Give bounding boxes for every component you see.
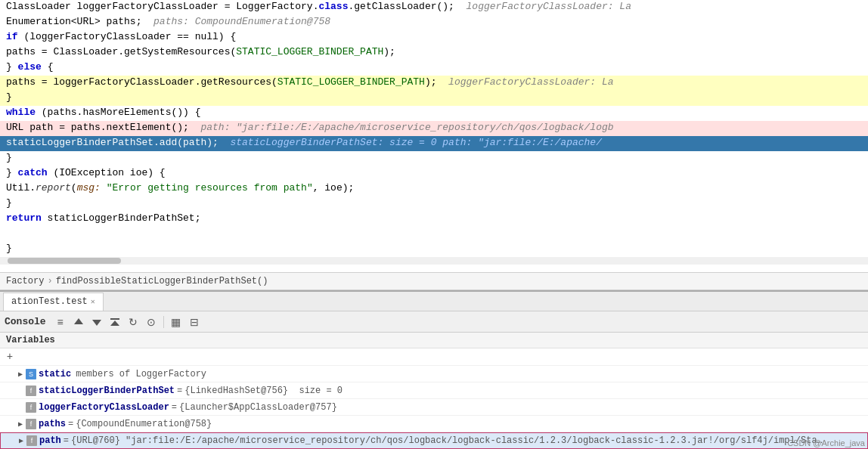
code-text: staticLoggerBinderPathSet.add(path); (6, 137, 219, 148)
var-name-classloader: loggerFactoryClassLoader (39, 402, 169, 413)
var-name-path: path (39, 435, 61, 446)
breadcrumb-sep: › (47, 276, 52, 286)
code-text: } catch (IOException ioe) { (6, 167, 166, 178)
variable-row-pathset[interactable]: ▶ f staticLoggerBinderPathSet = {LinkedH… (0, 382, 868, 399)
toolbar-up-btn[interactable] (70, 314, 87, 330)
toolbar-up2-btn[interactable] (107, 314, 123, 330)
svg-marker-3 (110, 320, 119, 326)
toolbar-table-btn[interactable]: ▦ (168, 314, 184, 330)
code-line-7: } (0, 91, 868, 106)
toolbar-menu-btn[interactable]: ≡ (52, 314, 69, 330)
code-area: ClassLoader loggerFactoryClassLoader = L… (0, 0, 868, 272)
code-line-9: URL path = paths.nextElement(); path: "j… (0, 121, 868, 136)
field-icon-classloader: f (26, 402, 36, 413)
code-text: } else { (6, 61, 53, 73)
watermark: CSDN @Archie_java (787, 438, 865, 447)
console-toolbar: Console ≡ ↻ ⊙ ▦ ⊟ (0, 311, 868, 333)
tab-bar: ationTest.test ✕ (0, 292, 868, 311)
code-text: URL path = paths.nextElement(); (6, 122, 189, 133)
breadcrumb-method: findPossibleStaticLoggerBinderPathSet() (56, 276, 268, 286)
var-value-path: {URL@760} "jar:file:/E:/apache/microserv… (71, 435, 827, 446)
code-comment: loggerFactoryClassLoader: La (437, 76, 614, 88)
expand-icon-path[interactable]: ▶ (16, 436, 26, 445)
code-text: .getClassLoader(); (348, 1, 454, 12)
var-value-classloader: {Launcher$AppClassLoader@757} (179, 402, 337, 413)
toolbar-separator-1 (163, 316, 164, 328)
breadcrumb-factory: Factory (6, 276, 44, 286)
var-value-pathset: {LinkedHashSet@756} size = 0 (184, 386, 343, 396)
code-text: ClassLoader loggerFactoryClassLoader = L… (6, 1, 318, 12)
code-line-5: } else { (0, 60, 868, 76)
code-text: paths = ClassLoader.getSystemResources(S… (6, 46, 395, 57)
static-icon: S (26, 369, 36, 379)
code-comment: staticLoggerBinderPathSet: size = 0 path… (219, 137, 602, 148)
code-comment: loggerFactoryClassLoader: La (454, 1, 631, 12)
svg-marker-1 (92, 320, 101, 326)
code-line-3: if (loggerFactoryClassLoader == null) { (0, 30, 868, 45)
toolbar-refresh-btn[interactable]: ↻ (125, 314, 141, 330)
var-name-pathset: staticLoggerBinderPathSet (39, 386, 175, 396)
code-line-17: } (0, 242, 868, 257)
code-text: return staticLoggerBinderPathSet; (6, 212, 200, 224)
field-icon-paths: f (26, 419, 36, 429)
tab-ation-test[interactable]: ationTest.test ✕ (3, 293, 104, 311)
variables-header: Variables (0, 333, 868, 348)
field-icon-path: f (26, 435, 37, 446)
code-line-11: } (0, 151, 868, 166)
code-line-4: paths = ClassLoader.getSystemResources(S… (0, 45, 868, 60)
tab-label: ationTest.test (11, 296, 88, 307)
svg-marker-0 (74, 318, 83, 324)
code-text: } (6, 243, 12, 254)
code-line-8: while (paths.hasMoreElements()) { (0, 106, 868, 121)
keyword-class: class (318, 1, 348, 12)
field-icon-pathset: f (26, 386, 36, 396)
code-comment: paths: CompoundEnumeration@758 (141, 16, 330, 27)
close-icon[interactable]: ✕ (91, 297, 95, 306)
var-value-static: members of LoggerFactory (76, 369, 206, 379)
add-variable-btn[interactable]: + (3, 350, 17, 364)
variable-row-classloader[interactable]: ▶ f loggerFactoryClassLoader = {Launcher… (0, 399, 868, 416)
code-line-6: paths = loggerFactoryClassLoader.getReso… (0, 76, 868, 91)
code-line-2: Enumeration<URL> paths; paths: CompoundE… (0, 15, 868, 30)
code-text: paths = loggerFactoryClassLoader.getReso… (6, 76, 437, 88)
scrollbar-thumb[interactable] (8, 258, 121, 264)
svg-rect-2 (110, 318, 119, 320)
code-comment: path: "jar:file:/E:/apache/microservice_… (189, 122, 614, 133)
var-name-paths: paths (39, 419, 66, 429)
code-text: } (6, 152, 12, 163)
code-text: if (loggerFactoryClassLoader == null) { (6, 31, 236, 42)
code-line-14: } (0, 197, 868, 212)
bottom-panel: ationTest.test ✕ Console ≡ ↻ ⊙ ▦ ⊟ (0, 290, 868, 449)
variable-row-path[interactable]: ▶ f path = {URL@760} "jar:file:/E:/apach… (0, 432, 868, 449)
var-name-static: static (39, 369, 71, 379)
code-text: } (6, 91, 12, 103)
code-line-12: } catch (IOException ioe) { (0, 166, 868, 181)
code-line-13: Util.report(msg: "Error getting resource… (0, 181, 868, 197)
code-text: while (paths.hasMoreElements()) { (6, 107, 200, 118)
expand-icon-static[interactable]: ▶ (15, 370, 26, 379)
code-line-1: ClassLoader loggerFactoryClassLoader = L… (0, 0, 868, 15)
ide-window: ClassLoader loggerFactoryClassLoader = L… (0, 0, 868, 449)
expand-icon-paths[interactable]: ▶ (15, 420, 26, 429)
code-line-16 (0, 227, 868, 242)
variable-row-static[interactable]: ▶ S static members of LoggerFactory (0, 366, 868, 382)
code-scrollbar-horizontal[interactable] (0, 257, 868, 265)
variables-panel: Variables + ▶ S static members of Logger… (0, 333, 868, 449)
var-value-paths: {CompoundEnumeration@758} (76, 419, 212, 429)
toolbar-list-btn[interactable]: ⊟ (186, 314, 203, 330)
code-line-10: staticLoggerBinderPathSet.add(path); sta… (0, 136, 868, 151)
toolbar-record-btn[interactable]: ⊙ (143, 314, 160, 330)
code-text: Util.report(msg: "Error getting resource… (6, 182, 354, 194)
toolbar-down-btn[interactable] (88, 314, 105, 330)
code-text: } (6, 197, 12, 209)
variable-add-row[interactable]: + (0, 348, 868, 366)
console-label: Console (5, 316, 46, 327)
breadcrumb-bar: Factory › findPossibleStaticLoggerBinder… (0, 272, 868, 290)
code-text: Enumeration<URL> paths; (6, 16, 141, 27)
variable-row-paths[interactable]: ▶ f paths = {CompoundEnumeration@758} (0, 416, 868, 432)
code-line-15: return staticLoggerBinderPathSet; (0, 212, 868, 227)
